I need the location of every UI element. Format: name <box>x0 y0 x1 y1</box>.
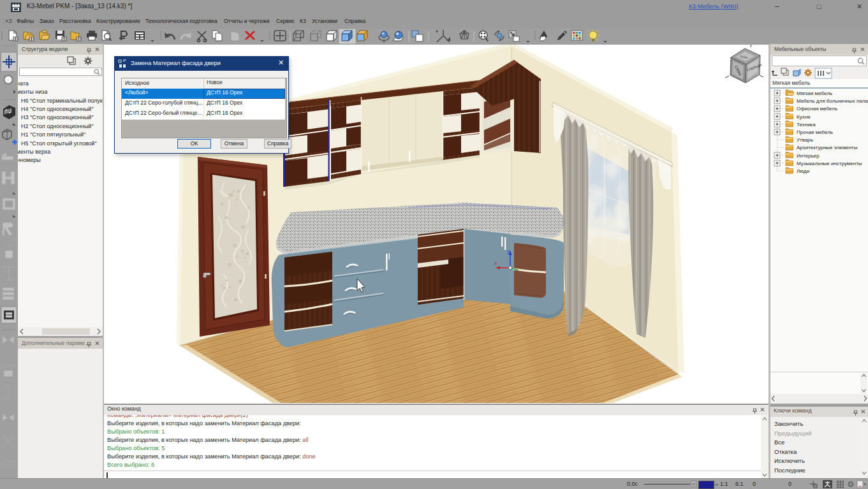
svg-text:Прочая мебель: Прочая мебель <box>797 129 833 135</box>
svg-text:Кухня: Кухня <box>797 114 810 120</box>
svg-text:Техника: Техника <box>797 122 816 128</box>
svg-text:Интерьер: Интерьер <box>797 153 820 159</box>
svg-text:Z: Z <box>507 250 510 254</box>
svg-text:Офисная мебель: Офисная мебель <box>797 106 837 112</box>
svg-text:Архитектурные элементы: Архитектурные элементы <box>797 145 858 150</box>
svg-text:Люди: Люди <box>797 168 809 174</box>
svg-text:Мягкая мебель: Мягкая мебель <box>797 91 832 96</box>
svg-text:X: X <box>494 261 497 266</box>
svg-text:Утварь: Утварь <box>797 137 813 143</box>
svg-text:Музыкальные инструменты: Музыкальные инструменты <box>797 161 862 166</box>
svg-text:Мебель для больничных палат: Мебель для больничных палат <box>797 98 868 104</box>
